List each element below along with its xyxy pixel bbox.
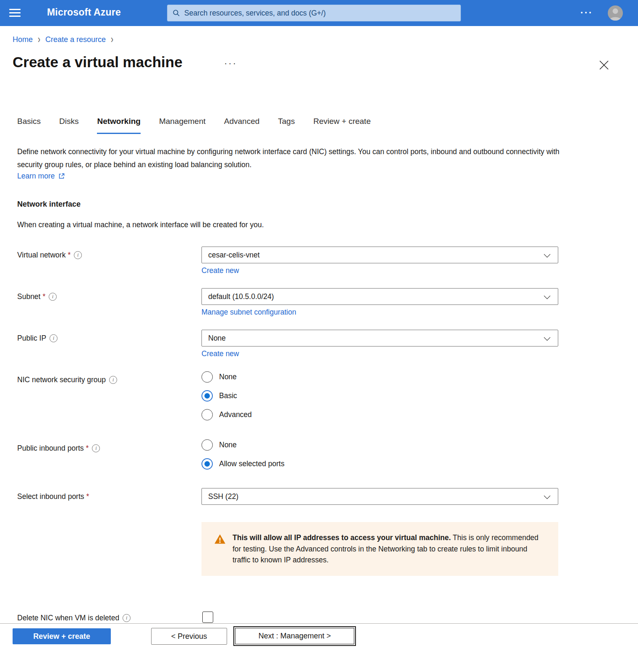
- chevron-down-icon: [544, 251, 551, 258]
- radio-checked-icon: [201, 458, 213, 470]
- breadcrumb-create-a-resource[interactable]: Create a resource: [45, 35, 106, 44]
- chevron-down-icon: [544, 293, 551, 299]
- radio-checked-icon: [201, 390, 213, 402]
- subnet-select[interactable]: default (10.5.0.0/24): [201, 288, 558, 305]
- learn-more-link[interactable]: Learn more: [17, 172, 65, 181]
- review-create-button[interactable]: Review + create: [13, 628, 111, 644]
- public-ip-create-new-link[interactable]: Create new: [201, 349, 239, 358]
- brand-title: Microsoft Azure: [47, 7, 121, 18]
- next-management-button-label: Next : Management >: [235, 628, 354, 644]
- tab-advanced[interactable]: Advanced: [224, 117, 260, 134]
- page-title: Create a virtual machine: [13, 54, 183, 71]
- section-heading-network-interface: Network interface: [17, 200, 81, 209]
- search-icon: [173, 9, 180, 17]
- virtual-network-create-new-link[interactable]: Create new: [201, 266, 239, 275]
- warning-triangle-icon: [214, 533, 226, 545]
- tab-description: Define network connectivity for your vir…: [17, 145, 571, 171]
- azure-top-bar: Microsoft Azure: [0, 0, 638, 26]
- chevron-right-icon: ›: [111, 34, 113, 46]
- section-subtext: When creating a virtual machine, a netwo…: [17, 220, 264, 229]
- warning-text: This will allow all IP addresses to acce…: [233, 532, 544, 576]
- info-icon[interactable]: i: [92, 444, 100, 452]
- title-more-options-icon[interactable]: ···: [224, 58, 237, 69]
- select-inbound-ports-value: SSH (22): [208, 492, 238, 501]
- warning-banner: This will allow all IP addresses to acce…: [201, 522, 558, 576]
- radio-unchecked-icon: [201, 439, 213, 451]
- chevron-right-icon: ›: [38, 34, 40, 46]
- radio-unchecked-icon: [201, 409, 213, 420]
- nic-nsg-label: NIC network security group i: [17, 375, 117, 384]
- tab-tags[interactable]: Tags: [278, 117, 295, 134]
- nic-nsg-option-advanced[interactable]: Advanced: [201, 409, 252, 420]
- info-icon[interactable]: i: [49, 293, 57, 301]
- delete-nic-label: Delete NIC when VM is deleted i: [17, 614, 131, 622]
- subnet-value: default (10.5.0.0/24): [208, 292, 274, 301]
- breadcrumb: Home › Create a resource ›: [13, 35, 113, 44]
- delete-nic-checkbox[interactable]: [202, 612, 213, 623]
- radio-unchecked-icon: [201, 371, 213, 383]
- external-link-icon: [58, 173, 65, 180]
- public-inbound-ports-option-allow[interactable]: Allow selected ports: [201, 458, 285, 470]
- global-search[interactable]: [167, 5, 461, 21]
- warning-bold-text: This will allow all IP addresses to acce…: [233, 533, 451, 542]
- manage-subnet-configuration-link[interactable]: Manage subnet configuration: [201, 308, 296, 317]
- info-icon[interactable]: i: [123, 614, 131, 622]
- previous-button[interactable]: < Previous: [151, 628, 227, 645]
- chevron-down-icon: [544, 493, 551, 499]
- public-ip-label: Public IP i: [17, 334, 58, 343]
- more-options-icon[interactable]: [581, 12, 591, 13]
- public-ip-select[interactable]: None: [201, 330, 558, 346]
- tab-review-create[interactable]: Review + create: [313, 117, 371, 134]
- wizard-footer: Review + create < Previous Next : Manage…: [0, 623, 638, 672]
- wizard-tabs: Basics Disks Networking Management Advan…: [17, 117, 371, 134]
- tab-disks[interactable]: Disks: [59, 117, 78, 134]
- public-inbound-ports-option-none[interactable]: None: [201, 439, 237, 451]
- info-icon[interactable]: i: [74, 251, 82, 259]
- virtual-network-label: Virtual network i: [17, 251, 82, 260]
- subnet-label: Subnet i: [17, 292, 57, 301]
- public-ip-value: None: [208, 334, 226, 343]
- virtual-network-value: cesar-celis-vnet: [208, 251, 260, 260]
- info-icon[interactable]: i: [109, 376, 117, 384]
- nic-nsg-option-basic[interactable]: Basic: [201, 390, 237, 402]
- info-icon[interactable]: i: [50, 334, 58, 342]
- learn-more-label: Learn more: [17, 172, 55, 181]
- next-management-button[interactable]: Next : Management >: [233, 626, 356, 646]
- avatar[interactable]: [608, 5, 623, 21]
- public-inbound-ports-label: Public inbound ports i: [17, 444, 100, 453]
- virtual-network-select[interactable]: cesar-celis-vnet: [201, 247, 558, 263]
- breadcrumb-home[interactable]: Home: [13, 35, 33, 44]
- hamburger-menu-icon[interactable]: [9, 9, 21, 17]
- tab-basics[interactable]: Basics: [17, 117, 41, 134]
- nic-nsg-option-none[interactable]: None: [201, 371, 237, 383]
- close-icon[interactable]: [598, 59, 610, 71]
- chevron-down-icon: [544, 334, 551, 341]
- tab-management[interactable]: Management: [159, 117, 206, 134]
- select-inbound-ports-select[interactable]: SSH (22): [201, 488, 558, 505]
- person-icon: [608, 5, 623, 21]
- search-input[interactable]: [184, 9, 455, 18]
- tab-networking[interactable]: Networking: [97, 117, 140, 134]
- select-inbound-ports-label: Select inbound ports: [17, 492, 89, 501]
